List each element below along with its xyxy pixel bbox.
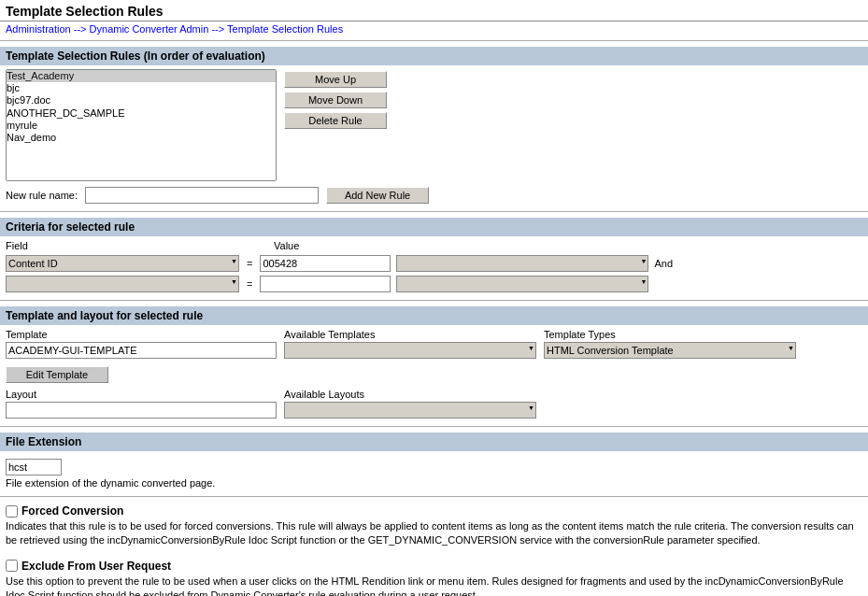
rule-item-1[interactable]: bjc [7,82,276,94]
forced-conversion-description: Indicates that this rule is to be used f… [6,519,862,548]
equals-2: = [245,278,254,290]
rule-item-3[interactable]: ANOTHER_DC_SAMPLE [7,107,276,120]
available-templates-select[interactable] [284,342,536,359]
forced-conversion-checkbox[interactable] [6,505,18,518]
template-col: Template [6,329,277,359]
rule-item-2[interactable]: bjc97.doc [7,94,276,106]
value-input-1[interactable] [260,255,391,272]
exclude-user-request-checkbox[interactable] [6,560,18,572]
breadcrumb-dc-admin[interactable]: Dynamic Converter Admin [90,23,209,35]
template-types-wrapper: HTML Conversion Template [544,342,796,359]
template-input[interactable] [6,342,277,359]
exclude-user-request-title: Exclude From User Request [21,560,171,573]
field-select-1[interactable]: Content ID [6,255,239,272]
forced-conversion-title: Forced Conversion [21,504,123,518]
new-rule-input-btn: Add New Rule [85,187,862,204]
template-types-label: Template Types [544,329,796,340]
rule-item-4[interactable]: myrule [7,120,276,132]
rules-buttons: Move Up Move Down Delete Rule [284,69,387,129]
available-layouts-select[interactable] [284,402,536,419]
template-types-select[interactable]: HTML Conversion Template [544,342,796,359]
section-divider-2 [0,300,868,301]
rule-item-0[interactable]: Test_Academy [7,70,276,82]
file-ext-header: File Extension [0,433,868,451]
new-rule-section: New rule name: Add New Rule [6,187,862,204]
move-down-button[interactable]: Move Down [284,92,387,108]
criteria-section: Field Value Content ID = And [0,236,868,296]
rules-list[interactable]: Test_Academy bjc bjc97.doc ANOTHER_DC_SA… [6,69,277,181]
new-rule-label: New rule name: [6,190,78,201]
section-divider-1 [0,211,868,212]
page-title: Template Selection Rules [6,4,862,19]
available-layouts-label: Available Layouts [284,389,536,400]
page-title-bar: Template Selection Rules [0,0,868,21]
layout-col: Layout [6,389,277,419]
delete-rule-button[interactable]: Delete Rule [284,112,387,129]
criteria-headers-row: Field Value [6,240,862,251]
value-dropdown-2[interactable] [396,276,648,292]
rules-section: Test_Academy bjc bjc97.doc ANOTHER_DC_SA… [0,65,868,207]
breadcrumb-sep1: --> [74,23,87,35]
add-new-rule-button[interactable]: Add New Rule [326,187,429,204]
value-col-header: Value [274,240,299,251]
file-ext-note: File extension of the dynamic converted … [6,477,862,489]
criteria-row-2: = [6,276,862,292]
equals-1: = [245,258,254,269]
criteria-header: Criteria for selected rule [0,218,868,236]
forced-conversion-section: Forced Conversion Indicates that this ru… [0,501,868,552]
file-ext-section: File extension of the dynamic converted … [0,455,868,492]
section-divider-3 [0,426,868,427]
rules-list-scroll: Test_Academy bjc bjc97.doc ANOTHER_DC_SA… [6,69,277,181]
top-divider [0,40,868,41]
layout-input[interactable] [6,402,277,419]
rules-layout: Test_Academy bjc bjc97.doc ANOTHER_DC_SA… [6,69,862,181]
available-layouts-col: Available Layouts [284,389,536,419]
field-select-wrapper-2 [6,276,239,292]
breadcrumb: Administration --> Dynamic Converter Adm… [0,21,868,36]
field-col-header: Field [6,240,244,251]
breadcrumb-admin[interactable]: Administration [6,23,71,35]
layout-label: Layout [6,389,277,400]
file-ext-row [6,459,862,475]
exclude-user-request-section: Exclude From User Request Use this optio… [0,556,868,596]
value-select-wrapper-1 [396,255,648,272]
available-templates-label: Available Templates [284,329,536,340]
edit-template-button[interactable]: Edit Template [6,366,108,383]
value-select-wrapper-2 [396,276,648,292]
template-label: Template [6,329,277,340]
rule-item-5[interactable]: Nav_demo [7,132,276,144]
exclude-user-request-label[interactable]: Exclude From User Request [6,560,862,573]
rules-list-header: Template Selection Rules (In order of ev… [0,47,868,65]
and-label-1: And [654,258,673,269]
criteria-row-1: Content ID = And [6,255,862,272]
new-rule-input[interactable] [85,187,319,204]
breadcrumb-sep2: --> [211,23,224,35]
file-ext-input[interactable] [6,459,62,475]
template-section: Template Available Templates Template Ty… [0,325,868,422]
exclude-user-request-description: Use this option to prevent the rule to b… [6,575,862,596]
available-templates-wrapper [284,342,536,359]
edit-template-area: Edit Template [6,362,862,383]
section-divider-4 [0,496,868,497]
value-dropdown-1[interactable] [396,255,648,272]
layout-row: Layout Available Layouts [6,389,862,419]
template-layout-header: Template and layout for selected rule [0,306,868,325]
template-layout-row: Template Available Templates Template Ty… [6,329,862,359]
forced-conversion-label[interactable]: Forced Conversion [6,504,862,518]
breadcrumb-current: Template Selection Rules [227,23,343,35]
field-select-wrapper-1: Content ID [6,255,239,272]
move-up-button[interactable]: Move Up [284,71,387,88]
template-types-col: Template Types HTML Conversion Template [544,329,796,359]
page-wrapper: Template Selection Rules Administration … [0,0,868,596]
available-layouts-wrapper [284,402,536,419]
value-input-2[interactable] [260,276,391,292]
available-templates-col: Available Templates [284,329,536,359]
field-select-2[interactable] [6,276,239,292]
